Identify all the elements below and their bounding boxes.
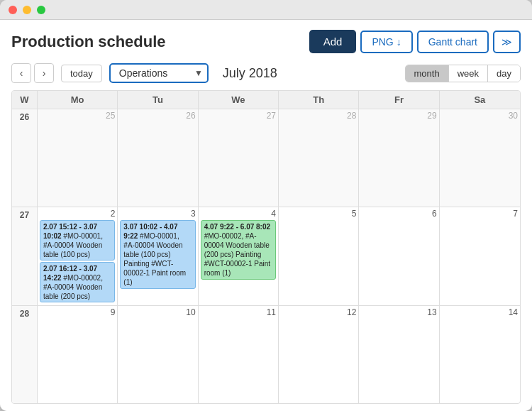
day-number: 2 xyxy=(40,209,115,219)
calendar-cell[interactable]: 5 xyxy=(279,207,359,305)
maximize-button[interactable] xyxy=(37,6,45,14)
day-number: 10 xyxy=(120,307,195,317)
view-toggle: month week day xyxy=(405,65,521,82)
week-number: 27 xyxy=(12,207,38,305)
day-number: 3 xyxy=(120,209,195,219)
operations-select[interactable]: Operations xyxy=(109,63,209,83)
day-number: 9 xyxy=(40,307,115,317)
next-button[interactable]: › xyxy=(34,63,54,83)
day-number: 29 xyxy=(361,111,436,121)
day-number: 27 xyxy=(201,111,276,121)
fr-col-header: Fr xyxy=(359,91,439,109)
day-number: 7 xyxy=(442,209,518,219)
main-content: Production schedule Add PNG ↓ Gantt char… xyxy=(0,20,532,411)
header-buttons: Add PNG ↓ Gantt chart ≫ xyxy=(309,30,521,53)
day-number: 12 xyxy=(281,307,356,317)
gantt-button[interactable]: Gantt chart xyxy=(417,31,489,53)
calendar-cell[interactable]: 12 xyxy=(279,306,359,403)
tu-col-header: Tu xyxy=(118,91,198,109)
header-row: Production schedule Add PNG ↓ Gantt char… xyxy=(11,30,521,53)
toolbar-row: ‹ › today Operations ▼ July 2018 month w… xyxy=(11,63,521,83)
th-col-header: Th xyxy=(279,91,359,109)
calendar-cell[interactable]: 33.07 10:02 - 4.07 9:22 #MO-00001, #A-00… xyxy=(118,207,198,305)
calendar-cell[interactable]: 6 xyxy=(359,207,439,305)
calendar-body: 262526272829302722.07 15:12 - 3.07 10:02… xyxy=(12,109,520,403)
calendar-cell[interactable]: 13 xyxy=(359,306,439,403)
calendar-cell[interactable]: 25 xyxy=(38,109,118,207)
calendar-event[interactable]: 2.07 16:12 - 3.07 14:22 #MO-00002, #A-00… xyxy=(40,262,115,302)
add-button[interactable]: Add xyxy=(309,30,357,53)
day-number: 14 xyxy=(442,307,518,317)
day-number: 25 xyxy=(40,111,115,121)
download-icon: ↓ xyxy=(397,36,401,48)
calendar-cell[interactable]: 22.07 15:12 - 3.07 10:02 #MO-00001, #A-0… xyxy=(38,207,118,305)
prev-button[interactable]: ‹ xyxy=(11,63,31,83)
operations-select-wrapper: Operations ▼ xyxy=(109,63,209,83)
day-number: 30 xyxy=(442,111,518,121)
month-title: July 2018 xyxy=(223,66,398,81)
minimize-button[interactable] xyxy=(23,6,31,14)
day-number: 6 xyxy=(361,209,436,219)
titlebar xyxy=(0,0,532,20)
nav-group: ‹ › xyxy=(11,63,54,83)
calendar-event[interactable]: 4.07 9:22 - 6.07 8:02 #MO-00002, #A-0000… xyxy=(201,220,276,280)
we-col-header: We xyxy=(199,91,279,109)
png-label: PNG xyxy=(372,36,393,48)
week-number: 26 xyxy=(12,109,38,207)
calendar-cell[interactable]: 29 xyxy=(359,109,439,207)
calendar-cell[interactable]: 11 xyxy=(199,306,279,403)
page-title: Production schedule xyxy=(11,33,166,51)
calendar-event[interactable]: 3.07 10:02 - 4.07 9:22 #MO-00001, #A-000… xyxy=(120,220,195,289)
today-button[interactable]: today xyxy=(61,65,102,82)
calendar-row: 2722.07 15:12 - 3.07 10:02 #MO-00001, #A… xyxy=(12,207,520,305)
calendar-row: 26252627282930 xyxy=(12,109,520,207)
calendar-cell[interactable]: 44.07 9:22 - 6.07 8:02 #MO-00002, #A-000… xyxy=(199,207,279,305)
close-button[interactable] xyxy=(9,6,17,14)
day-number: 5 xyxy=(281,209,356,219)
day-number: 11 xyxy=(201,307,276,317)
calendar-cell[interactable]: 7 xyxy=(440,207,520,305)
day-number: 26 xyxy=(120,111,195,121)
calendar-cell[interactable]: 26 xyxy=(118,109,198,207)
mo-col-header: Mo xyxy=(38,91,118,109)
week-number: 28 xyxy=(12,306,38,403)
calendar-cell[interactable]: 14 xyxy=(440,306,520,403)
calendar-cell[interactable]: 27 xyxy=(199,109,279,207)
sa-col-header: Sa xyxy=(440,91,520,109)
month-view-button[interactable]: month xyxy=(406,65,448,82)
calendar-row: 2891011121314 xyxy=(12,306,520,403)
calendar-event[interactable]: 2.07 15:12 - 3.07 10:02 #MO-00001, #A-00… xyxy=(40,220,115,261)
calendar-cell[interactable]: 28 xyxy=(279,109,359,207)
more-button[interactable]: ≫ xyxy=(493,31,521,53)
calendar: W Mo Tu We Th Fr Sa 262526272829302722.0… xyxy=(11,90,521,404)
calendar-header: W Mo Tu We Th Fr Sa xyxy=(12,91,520,109)
chevron-down-icon: ≫ xyxy=(501,36,512,48)
day-number: 13 xyxy=(361,307,436,317)
day-number: 4 xyxy=(201,209,276,219)
png-button[interactable]: PNG ↓ xyxy=(360,31,412,53)
app-window: Production schedule Add PNG ↓ Gantt char… xyxy=(0,0,532,411)
calendar-cell[interactable]: 10 xyxy=(118,306,198,403)
week-view-button[interactable]: week xyxy=(448,65,487,82)
calendar-cell[interactable]: 30 xyxy=(440,109,520,207)
week-col-header: W xyxy=(12,91,38,109)
calendar-cell[interactable]: 9 xyxy=(38,306,118,403)
day-number: 28 xyxy=(281,111,356,121)
day-view-button[interactable]: day xyxy=(487,65,520,82)
